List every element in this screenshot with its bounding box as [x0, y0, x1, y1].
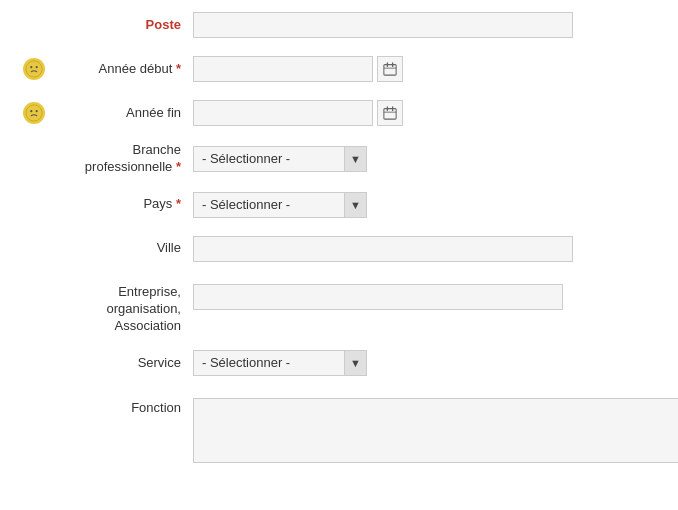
poste-input-col	[193, 12, 658, 38]
svg-rect-10	[384, 109, 396, 120]
poste-label: Poste	[48, 17, 193, 34]
annee-fin-input[interactable]	[193, 100, 373, 126]
organisation-input-col	[193, 282, 658, 310]
annee-fin-row: Année fin	[20, 98, 658, 128]
ville-row: Ville	[20, 234, 658, 264]
pays-label: Pays	[48, 196, 193, 213]
service-label: Service	[48, 355, 193, 372]
annee-debut-label: Année début	[48, 61, 193, 78]
annee-debut-row: Année début	[20, 54, 658, 84]
branche-pro-label: Branche professionnelle	[48, 142, 193, 176]
ville-label: Ville	[48, 240, 193, 257]
poste-input[interactable]	[193, 12, 573, 38]
fonction-label: Fonction	[48, 396, 193, 417]
svg-point-0	[26, 61, 42, 77]
smiley-fin-icon	[23, 102, 45, 124]
annee-fin-input-col	[193, 100, 658, 126]
annee-debut-calendar-btn[interactable]	[377, 56, 403, 82]
fonction-row: Fonction	[20, 392, 658, 463]
branche-pro-select-text: - Sélectionner -	[194, 146, 344, 172]
annee-fin-calendar-btn[interactable]	[377, 100, 403, 126]
ville-input[interactable]	[193, 236, 573, 262]
fonction-input-col	[193, 396, 678, 463]
svg-point-8	[30, 110, 32, 112]
pays-row: Pays - Sélectionner - ▼	[20, 190, 658, 220]
form-container: Poste Année début	[0, 0, 678, 497]
smiley-debut-icon	[23, 58, 45, 80]
svg-point-2	[36, 66, 38, 68]
organisation-row: Entreprise, organisation, Association	[20, 278, 658, 335]
svg-point-7	[26, 105, 42, 121]
branche-pro-input-col: - Sélectionner - ▼	[193, 146, 658, 172]
annee-debut-input[interactable]	[193, 56, 373, 82]
branche-pro-select[interactable]: - Sélectionner - ▼	[193, 146, 367, 172]
annee-fin-label: Année fin	[48, 105, 193, 122]
pays-select[interactable]: - Sélectionner - ▼	[193, 192, 367, 218]
poste-row: Poste	[20, 10, 658, 40]
pays-dropdown-btn[interactable]: ▼	[344, 193, 366, 217]
ville-input-col	[193, 236, 658, 262]
pays-select-text: - Sélectionner -	[194, 192, 344, 218]
organisation-input[interactable]	[193, 284, 563, 310]
service-dropdown-btn[interactable]: ▼	[344, 351, 366, 375]
service-select[interactable]: - Sélectionner - ▼	[193, 350, 367, 376]
fonction-textarea[interactable]	[193, 398, 678, 463]
pays-input-col: - Sélectionner - ▼	[193, 192, 658, 218]
organisation-label: Entreprise, organisation, Association	[48, 282, 193, 335]
smiley-fin-icon-col	[20, 102, 48, 124]
branche-pro-dropdown-btn[interactable]: ▼	[344, 147, 366, 171]
svg-point-1	[30, 66, 32, 68]
svg-point-9	[36, 110, 38, 112]
smiley-debut-icon-col	[20, 58, 48, 80]
service-select-text: - Sélectionner -	[194, 350, 344, 376]
svg-rect-3	[384, 65, 396, 76]
service-row: Service - Sélectionner - ▼	[20, 348, 658, 378]
annee-debut-input-col	[193, 56, 658, 82]
branche-pro-row: Branche professionnelle - Sélectionner -…	[20, 142, 658, 176]
service-input-col: - Sélectionner - ▼	[193, 350, 658, 376]
